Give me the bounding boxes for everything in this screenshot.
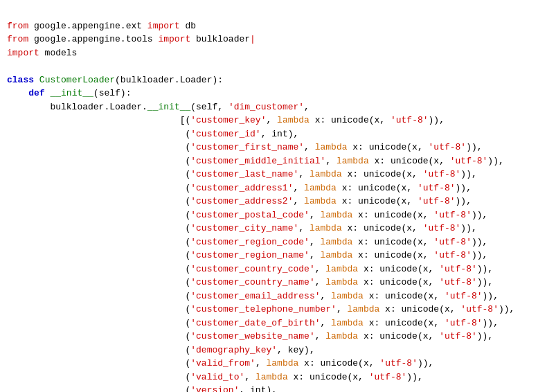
class-name: CustomerLoader <box>39 75 115 85</box>
str-customer-city-name: 'customer_city_name' <box>190 223 298 233</box>
str-customer-last-name: 'customer_last_name' <box>190 169 298 179</box>
str-demography-key: 'demography_key' <box>190 345 277 355</box>
line-11: ('customer_middle_initial', lambda x: un… <box>7 156 504 166</box>
kw-lambda5: lambda <box>304 183 337 193</box>
kw-lambda7: lambda <box>321 210 353 220</box>
str-customer-address1: 'customer_address1' <box>190 183 293 193</box>
str-customer-country-name: 'customer_country_name' <box>190 277 314 287</box>
kw-lambda4: lambda <box>310 169 342 179</box>
kw-lambda3: lambda <box>337 156 369 166</box>
str-customer-region-name: 'customer_region_name' <box>190 250 310 260</box>
line-19: ('customer_country_code', lambda x: unic… <box>7 264 493 274</box>
line-16: ('customer_city_name', lambda x: unicode… <box>7 223 477 233</box>
keyword-import2: import <box>158 34 190 44</box>
line-21: ('customer_email_address', lambda x: uni… <box>7 291 499 301</box>
keyword-import: import <box>147 21 180 31</box>
kw-lambda17: lambda <box>266 358 298 368</box>
kw-lambda9: lambda <box>321 237 353 247</box>
str-customer-key: 'customer_key' <box>190 115 266 125</box>
str-customer-email-address: 'customer_email_address' <box>190 291 320 301</box>
str-version: 'version' <box>190 385 239 392</box>
line-14: ('customer_address2', lambda x: unicode(… <box>7 196 472 206</box>
str-customer-id: 'customer_id' <box>190 129 260 139</box>
keyword-class: class <box>7 75 34 85</box>
line-13: ('customer_address1', lambda x: unicode(… <box>7 183 472 193</box>
str-customer-telephone-number: 'customer_telephone_number' <box>190 304 337 314</box>
line-20: ('customer_country_name', lambda x: unic… <box>7 277 493 287</box>
str-valid-to: 'valid_to' <box>190 372 244 382</box>
kw-lambda2: lambda <box>315 142 348 152</box>
line-5: class CustomerLoader(bulkloader.Loader): <box>7 75 223 85</box>
line-22: ('customer_telephone_number', lambda x: … <box>7 304 514 314</box>
str-customer-middle-initial: 'customer_middle_initial' <box>190 156 325 166</box>
line-10: ('customer_first_name', lambda x: unicod… <box>7 142 483 152</box>
str-customer-region-code: 'customer_region_code' <box>190 237 310 247</box>
str-customer-first-name: 'customer_first_name' <box>190 142 304 152</box>
keyword-import3: import <box>7 48 39 58</box>
line-12: ('customer_last_name', lambda x: unicode… <box>7 169 477 179</box>
kw-lambda15: lambda <box>331 318 364 328</box>
str-customer-website-name: 'customer_website_name' <box>190 331 314 341</box>
line-28: ('version', int), <box>7 385 277 392</box>
str-dim-customer: 'dim_customer' <box>228 102 304 112</box>
kw-lambda6: lambda <box>304 196 337 206</box>
code-block: from google.appengine.ext import db from… <box>0 0 547 392</box>
line-23: ('customer_date_of_birth', lambda x: uni… <box>7 318 499 328</box>
line-26: ('valid_from', lambda x: unicode(x, 'utf… <box>7 358 433 368</box>
keyword-from: from <box>7 21 28 31</box>
line-17: ('customer_region_code', lambda x: unico… <box>7 237 487 247</box>
str-customer-postal-code: 'customer_postal_code' <box>190 210 310 220</box>
method-init: __init__ <box>50 88 93 98</box>
line-6: def __init__(self): <box>7 88 131 98</box>
line-15: ('customer_postal_code', lambda x: unico… <box>7 210 487 220</box>
kw-lambda13: lambda <box>331 291 364 301</box>
keyword-from2: from <box>7 34 28 44</box>
line-9: ('customer_id', int), <box>7 129 298 139</box>
str-customer-date-of-birth: 'customer_date_of_birth' <box>190 318 320 328</box>
kw-lambda8: lambda <box>310 223 342 233</box>
str-customer-country-code: 'customer_country_code' <box>190 264 314 274</box>
line-1: from google.appengine.ext import db <box>7 21 196 31</box>
kw-lambda16: lambda <box>325 331 358 341</box>
str-customer-address2: 'customer_address2' <box>190 196 293 206</box>
keyword-def: def <box>28 88 44 98</box>
kw-lambda10: lambda <box>321 250 353 260</box>
line-24: ('customer_website_name', lambda x: unic… <box>7 331 493 341</box>
kw-lambda12: lambda <box>325 277 358 287</box>
line-3: import models <box>7 48 77 58</box>
kw-lambda18: lambda <box>255 372 288 382</box>
line-7: bulkloader.Loader.__init__(self, 'dim_cu… <box>7 102 310 112</box>
line-18: ('customer_region_name', lambda x: unico… <box>7 250 487 260</box>
str-valid-from: 'valid_from' <box>190 358 255 368</box>
kw-lambda: lambda <box>277 115 310 125</box>
line-25: ('demography_key', key), <box>7 345 315 355</box>
kw-lambda14: lambda <box>348 304 380 314</box>
kw-lambda11: lambda <box>325 264 358 274</box>
line-8: [('customer_key', lambda x: unicode(x, '… <box>7 115 445 125</box>
line-27: ('valid_to', lambda x: unicode(x, 'utf-8… <box>7 372 423 382</box>
line-2: from google.appengine.tools import bulkl… <box>7 34 255 44</box>
